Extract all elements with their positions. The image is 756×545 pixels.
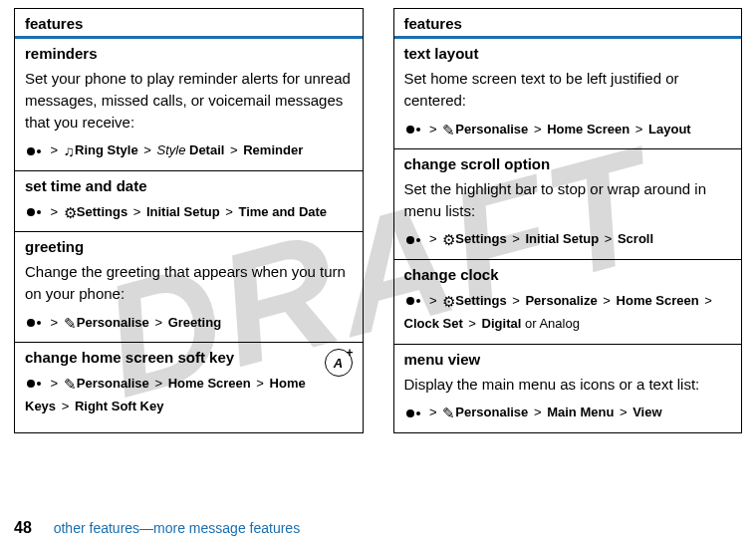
right-cells: text layoutSet home screen text to be le…: [394, 39, 742, 432]
path-segment: Settings: [77, 204, 127, 219]
feature-title: change home screen soft key: [25, 349, 353, 366]
path-segment: Personalise: [455, 405, 528, 419]
page-footer: 48 other features—more message features: [14, 519, 300, 537]
feature-title: set time and date: [25, 177, 353, 194]
path-segment: Right Soft Key: [75, 399, 164, 413]
path-segment: Personalize: [525, 293, 597, 308]
breadcrumb-separator: >: [424, 231, 443, 246]
feature-description: Display the main menu as icons or a text…: [404, 374, 732, 396]
breadcrumb-separator: >: [699, 293, 714, 308]
feature-cell: change home screen soft key > ✎ Personal…: [15, 342, 363, 426]
feature-cell: greetingChange the greeting that appears…: [15, 231, 363, 342]
center-key-icon: [25, 145, 45, 157]
path-segment: Digital: [482, 316, 522, 331]
nav-path: > ✎ Personalise > Main Menu > View: [404, 401, 732, 423]
path-segment: Home Screen: [168, 376, 251, 391]
left-cells: remindersSet your phone to play reminder…: [15, 39, 363, 426]
breadcrumb-separator: >: [45, 142, 64, 157]
center-key-icon: [25, 378, 45, 390]
settings-icon: ⚙: [64, 205, 77, 220]
path-segment: Scroll: [618, 231, 653, 246]
breadcrumb-separator: >: [138, 142, 157, 157]
breadcrumb-separator: >: [528, 122, 547, 136]
page-columns: features remindersSet your phone to play…: [0, 0, 756, 433]
center-key-icon: [404, 408, 424, 419]
feature-description: Change the greeting that appears when yo…: [25, 261, 353, 305]
path-segment: Clock Set: [404, 316, 463, 331]
breadcrumb-separator: >: [599, 231, 618, 246]
feature-title: change clock: [404, 266, 732, 283]
personalise-icon: ✎: [442, 406, 455, 420]
personalise-icon: ✎: [64, 377, 77, 392]
right-column: features text layoutSet home screen text…: [393, 8, 743, 433]
path-text: Analog: [539, 316, 579, 331]
breadcrumb-separator: >: [630, 122, 648, 136]
path-text: or: [521, 316, 539, 331]
breadcrumb-separator: >: [149, 315, 168, 330]
personalise-icon: ✎: [64, 316, 77, 331]
breadcrumb-separator: >: [45, 204, 64, 219]
path-segment: Time and Date: [238, 204, 327, 219]
accessibility-badge-icon: [325, 349, 353, 377]
breadcrumb-separator: >: [45, 315, 64, 330]
settings-icon: ⚙: [442, 294, 455, 309]
ring-icon: ♫: [64, 143, 75, 158]
path-segment: Personalise: [77, 376, 149, 391]
breadcrumb-separator: >: [424, 122, 443, 136]
feature-description: Set home screen text to be left justifie…: [404, 68, 732, 112]
breadcrumb-separator: >: [45, 376, 64, 391]
path-segment: Main Menu: [547, 405, 614, 419]
feature-title: greeting: [25, 238, 353, 255]
feature-title: reminders: [25, 45, 353, 62]
breadcrumb-separator: >: [149, 376, 168, 391]
breadcrumb-separator: >: [424, 293, 443, 308]
personalise-icon: ✎: [442, 123, 455, 137]
feature-cell: change clock > ⚙ Settings > Personalize …: [394, 259, 742, 344]
path-segment: Initial Setup: [525, 231, 599, 246]
breadcrumb-separator: >: [598, 293, 617, 308]
path-segment: View: [632, 405, 661, 419]
breadcrumb-separator: >: [614, 405, 632, 419]
path-segment: Home Screen: [547, 122, 630, 136]
path-segment: Settings: [455, 231, 506, 246]
path-segment: Settings: [455, 293, 506, 308]
path-segment: Home Screen: [617, 293, 699, 308]
breadcrumb-separator: >: [56, 399, 75, 413]
breadcrumb-separator: >: [528, 405, 547, 419]
center-key-icon: [25, 206, 45, 218]
feature-cell: set time and date > ⚙ Settings > Initial…: [15, 170, 363, 231]
nav-path: > ✎ Personalise > Home Screen > Home Key…: [25, 372, 353, 418]
breadcrumb-separator: >: [251, 376, 270, 391]
breadcrumb-separator: >: [463, 316, 482, 331]
path-segment: Personalise: [77, 315, 149, 330]
footer-section-label: other features—more message features: [54, 520, 300, 536]
path-segment: Style: [156, 142, 189, 157]
breadcrumb-separator: >: [507, 231, 526, 246]
path-segment: Layout: [648, 122, 691, 136]
breadcrumb-separator: >: [507, 293, 526, 308]
path-segment: Personalise: [455, 122, 528, 136]
feature-description: Set your phone to play reminder alerts f…: [25, 68, 353, 133]
center-key-icon: [404, 124, 424, 136]
feature-cell: change scroll optionSet the highlight ba…: [394, 148, 742, 259]
path-segment: Detail: [189, 142, 224, 157]
center-key-icon: [404, 234, 424, 246]
breadcrumb-separator: >: [127, 204, 146, 219]
feature-cell: menu viewDisplay the main menu as icons …: [394, 344, 742, 432]
feature-title: menu view: [404, 351, 732, 368]
settings-icon: ⚙: [442, 232, 455, 247]
nav-path: > ⚙ Settings > Personalize > Home Screen…: [404, 289, 732, 336]
nav-path: > ⚙ Settings > Initial Setup > Time and …: [25, 200, 353, 223]
nav-path: > ✎ Personalise > Home Screen > Layout: [404, 118, 732, 140]
nav-path: > ✎ Personalise > Greeting: [25, 311, 353, 334]
path-segment: Greeting: [168, 315, 221, 330]
path-segment: Reminder: [243, 142, 303, 157]
left-column: features remindersSet your phone to play…: [14, 8, 364, 433]
breadcrumb-separator: >: [224, 142, 243, 157]
feature-cell: text layoutSet home screen text to be le…: [394, 39, 742, 148]
center-key-icon: [25, 317, 45, 329]
nav-path: > ♫ Ring Style > Style Detail > Reminder: [25, 138, 353, 161]
path-segment: Initial Setup: [146, 204, 220, 219]
nav-path: > ⚙ Settings > Initial Setup > Scroll: [404, 227, 732, 250]
left-features-header: features: [15, 9, 363, 39]
